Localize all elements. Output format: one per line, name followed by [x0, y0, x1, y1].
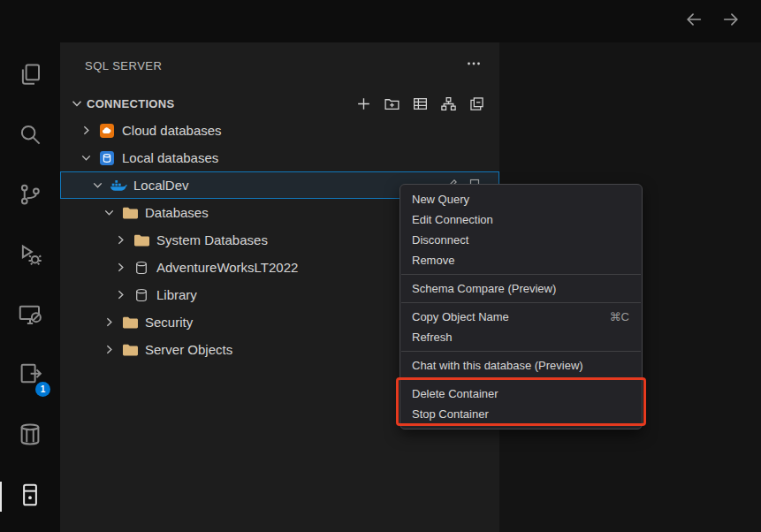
activity-bar: 1	[0, 42, 60, 532]
menu-item-label: New Query	[412, 193, 469, 206]
docker-whale-icon	[110, 178, 127, 194]
menu-item-refresh[interactable]: Refresh	[400, 327, 642, 347]
sidebar-item-explorer[interactable]	[0, 53, 60, 99]
menu-item-label: Delete Container	[412, 387, 498, 400]
sidebar-item-search[interactable]	[0, 113, 60, 159]
menu-item-label: Chat with this database (Preview)	[412, 359, 583, 372]
menu-item-schema-compare[interactable]: Schema Compare (Preview)	[400, 278, 642, 299]
chevron-right-icon[interactable]	[113, 232, 128, 247]
panel-header: SQL SERVER	[85, 55, 482, 76]
menu-item-label: Stop Container	[412, 407, 489, 421]
tree-item-label: Cloud databases	[122, 123, 222, 138]
chevron-right-icon[interactable]	[113, 260, 128, 275]
menu-item-label: Remove	[412, 254, 454, 267]
folder-icon	[121, 205, 139, 221]
menu-item-label: Schema Compare (Preview)	[412, 282, 556, 295]
menu-item-label: Edit Connection	[412, 213, 493, 226]
import-connections-button[interactable]	[412, 95, 429, 112]
section-toolbar	[355, 95, 485, 112]
navigate-forward-button[interactable]	[720, 11, 742, 32]
tree-item-label: AdventureWorksLT2022	[156, 260, 298, 275]
server-groups-button[interactable]	[440, 95, 457, 112]
chevron-right-icon[interactable]	[102, 342, 117, 357]
menu-separator	[401, 274, 641, 275]
database-blue-icon	[98, 150, 116, 166]
cloud-database-orange-icon	[98, 123, 116, 139]
title-bar	[0, 0, 761, 42]
folder-icon	[133, 232, 150, 248]
sidebar-item-database-projects[interactable]: 1	[0, 353, 60, 399]
badge-count: 1	[35, 382, 50, 397]
menu-item-label: Refresh	[412, 331, 453, 344]
arrow-right-icon	[721, 10, 741, 33]
sidebar-item-source-control[interactable]	[0, 173, 60, 219]
chevron-down-icon[interactable]	[69, 95, 85, 111]
git-branch-icon	[17, 181, 43, 211]
collapse-all-button[interactable]	[468, 95, 485, 112]
sidebar-item-remote-preview[interactable]	[0, 293, 60, 339]
tree-item-label: Databases	[145, 205, 209, 220]
tree-item-local-databases[interactable]: Local databases	[60, 144, 499, 171]
menu-separator	[401, 351, 641, 352]
arrow-left-icon	[684, 10, 704, 33]
menu-item-copy-object-name[interactable]: Copy Object Name ⌘C	[400, 307, 642, 327]
sidebar-item-sql-server[interactable]	[0, 474, 60, 520]
folder-icon	[121, 342, 139, 358]
context-menu: New Query Edit Connection Disconnect Rem…	[400, 184, 643, 429]
chevron-down-icon[interactable]	[102, 205, 117, 220]
new-connection-group-button[interactable]	[384, 95, 400, 112]
sidebar-item-containers[interactable]	[0, 414, 60, 460]
menu-separator	[401, 302, 641, 303]
tree-item-label: System Databases	[156, 232, 268, 247]
menu-item-delete-container[interactable]: Delete Container	[400, 384, 642, 404]
menu-separator	[401, 379, 641, 380]
chevron-down-icon[interactable]	[79, 150, 94, 165]
run-debug-icon	[17, 241, 43, 271]
tree-item-label: Server Objects	[145, 342, 232, 357]
menu-item-disconnect[interactable]: Disconnect	[400, 230, 642, 250]
barrel-icon	[17, 422, 43, 452]
panel-title: SQL SERVER	[85, 59, 466, 72]
navigate-back-button[interactable]	[683, 11, 704, 32]
section-label: CONNECTIONS	[87, 97, 355, 110]
connections-section-header[interactable]: CONNECTIONS	[69, 92, 485, 115]
chevron-down-icon[interactable]	[90, 178, 105, 193]
menu-item-edit-connection[interactable]: Edit Connection	[400, 209, 642, 230]
keyboard-shortcut: ⌘C	[610, 310, 629, 323]
more-actions-button[interactable]	[466, 56, 482, 75]
menu-item-remove[interactable]: Remove	[400, 250, 642, 270]
search-icon	[17, 121, 43, 151]
database-icon	[133, 260, 150, 276]
chevron-right-icon[interactable]	[113, 287, 128, 302]
new-connection-button[interactable]	[355, 95, 372, 112]
vscode-window: 1 SQL SERVER CONNECTIONS	[0, 0, 761, 532]
tree-item-label: Library	[156, 287, 197, 302]
files-icon	[17, 61, 43, 91]
chevron-right-icon[interactable]	[102, 315, 117, 330]
folder-icon	[121, 315, 139, 331]
tree-item-cloud-databases[interactable]: Cloud databases	[60, 117, 499, 144]
menu-item-stop-container[interactable]: Stop Container	[400, 404, 642, 424]
menu-item-chat-with-database[interactable]: Chat with this database (Preview)	[400, 355, 642, 376]
chevron-right-icon[interactable]	[79, 123, 94, 138]
tree-item-label: Security	[145, 315, 193, 330]
server-icon	[17, 482, 43, 512]
sidebar-item-run-debug[interactable]	[0, 233, 60, 279]
monitor-slash-icon	[17, 301, 43, 331]
menu-item-label: Copy Object Name	[412, 310, 509, 323]
tree-item-label: Local databases	[122, 150, 218, 165]
menu-item-new-query[interactable]: New Query	[400, 189, 642, 209]
ellipsis-icon	[466, 56, 482, 75]
menu-item-label: Disconnect	[412, 233, 468, 247]
tree-item-label: LocalDev	[133, 178, 189, 193]
database-icon	[133, 287, 150, 303]
